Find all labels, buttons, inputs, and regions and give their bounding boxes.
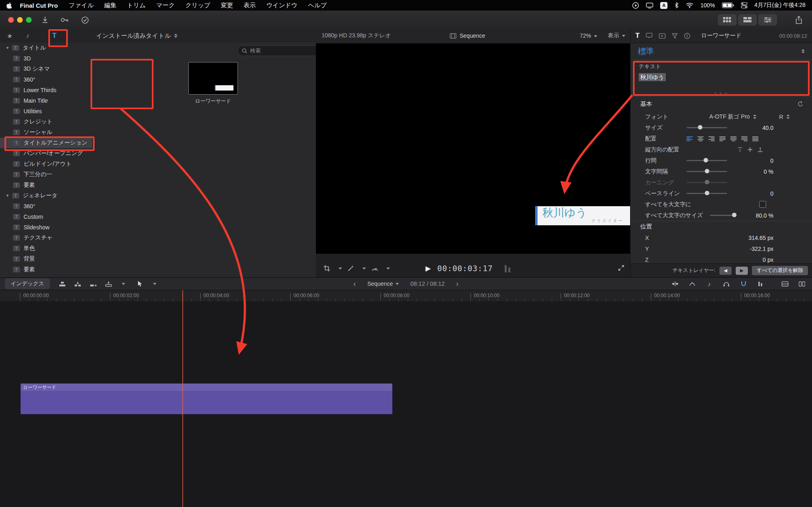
sidebar-item[interactable]: テクスチャ bbox=[0, 233, 92, 243]
sidebar-item[interactable]: 360° bbox=[0, 201, 92, 211]
text-inspector-tab[interactable]: T bbox=[635, 32, 639, 40]
sidebar-item[interactable]: 3D シネマ bbox=[0, 64, 92, 74]
wifi-icon[interactable] bbox=[686, 2, 693, 8]
skimming-icon[interactable] bbox=[687, 279, 698, 288]
sidebar-item[interactable]: タイトルアニメーション bbox=[0, 138, 92, 148]
sidebar-item[interactable]: 下三分の一 bbox=[0, 169, 92, 180]
import-media-button[interactable] bbox=[39, 15, 51, 25]
index-button[interactable]: インデックス bbox=[5, 278, 50, 289]
menu-item[interactable]: ヘルプ bbox=[303, 2, 332, 9]
zoom-window-button[interactable] bbox=[26, 17, 32, 23]
sidebar-item[interactable]: 背景 bbox=[0, 254, 92, 264]
align-center-icon[interactable] bbox=[698, 136, 704, 141]
browser-layout-button[interactable] bbox=[718, 14, 736, 26]
app-menu-title[interactable]: Final Cut Pro bbox=[14, 2, 63, 9]
tracking-slider[interactable] bbox=[687, 171, 727, 172]
reset-icon[interactable] bbox=[797, 101, 803, 107]
solo-icon[interactable] bbox=[721, 279, 732, 288]
sidebar-item[interactable]: Main Title bbox=[0, 95, 92, 106]
clip-appearance-icon[interactable] bbox=[780, 279, 790, 288]
size-slider[interactable] bbox=[687, 127, 727, 128]
menu-item[interactable]: ウインドウ bbox=[261, 2, 303, 9]
all-caps-size-value[interactable]: 80.0 % bbox=[756, 212, 773, 219]
sidebar-item[interactable]: Utilities bbox=[0, 106, 92, 117]
audio-meters-toggle-icon[interactable] bbox=[755, 279, 766, 288]
insert-edit-icon[interactable] bbox=[73, 279, 83, 288]
valign-top-icon[interactable] bbox=[737, 147, 743, 152]
retime-button[interactable] bbox=[369, 264, 380, 273]
sidebar-item[interactable]: クレジット bbox=[0, 117, 92, 127]
size-value[interactable]: 40.0 bbox=[762, 125, 773, 131]
viewer-format-info[interactable]: 1080p HD 23.98p ステレオ bbox=[322, 32, 391, 39]
close-window-button[interactable] bbox=[8, 17, 14, 23]
titles-source-dropdown[interactable]: インストール済みタイトル bbox=[96, 32, 177, 40]
sidebar-item[interactable]: ソーシャル bbox=[0, 127, 92, 138]
sidebar-item[interactable]: Custom bbox=[0, 211, 92, 222]
menu-datetime[interactable]: 4月7日(金) 午後4:28 bbox=[754, 2, 806, 9]
trim-overview-icon[interactable] bbox=[670, 279, 680, 288]
lower-third-overlay[interactable]: 秋川ゆう クリエイター bbox=[535, 206, 632, 225]
menu-item[interactable]: ファイル bbox=[63, 2, 99, 9]
deselect-all-button[interactable]: すべての選択を解除 bbox=[752, 266, 808, 275]
menu-item[interactable]: 変更 bbox=[216, 2, 238, 9]
chevron-down-icon[interactable] bbox=[122, 283, 125, 285]
audio-skimming-icon[interactable]: ♪ bbox=[704, 279, 715, 288]
font-family-dropdown[interactable]: A-OTF 新ゴ Pro bbox=[687, 113, 779, 121]
viewer-timecode[interactable]: 00:00:03:17 bbox=[437, 264, 493, 273]
enhance-wand-button[interactable] bbox=[346, 264, 356, 273]
sidebar-item[interactable]: 3D bbox=[0, 53, 92, 64]
keywords-button[interactable] bbox=[58, 15, 71, 25]
libraries-tab-icon[interactable]: ★ bbox=[3, 31, 16, 41]
basic-section-header[interactable]: 基本 bbox=[631, 97, 812, 111]
inspector-toggle-button[interactable] bbox=[758, 14, 777, 26]
snapping-icon[interactable] bbox=[738, 279, 749, 288]
fullscreen-icon[interactable] bbox=[618, 265, 624, 272]
tracking-value[interactable]: 0 % bbox=[764, 168, 773, 175]
align-left-icon[interactable] bbox=[687, 136, 693, 141]
menu-item[interactable]: クリップ bbox=[180, 2, 216, 9]
control-center-icon[interactable] bbox=[741, 2, 747, 9]
play-button[interactable]: ▶ bbox=[425, 264, 431, 273]
viewer-zoom-dropdown[interactable]: 72% bbox=[580, 32, 597, 39]
share-button[interactable] bbox=[793, 15, 805, 25]
background-tasks-button[interactable] bbox=[79, 15, 91, 25]
disclosure-triangle-icon[interactable]: ▼ bbox=[6, 194, 9, 198]
sidebar-item[interactable]: 要素 bbox=[0, 264, 92, 275]
timeline-layout-button[interactable] bbox=[738, 14, 757, 26]
sidebar-item[interactable]: バンパー/オープニング bbox=[0, 148, 92, 159]
sidebar-item[interactable]: ビルドイン/アウト bbox=[0, 159, 92, 169]
audio-meters-icon[interactable] bbox=[505, 264, 510, 272]
justify-left-icon[interactable] bbox=[719, 136, 726, 141]
connect-edit-icon[interactable] bbox=[57, 279, 68, 288]
valign-bottom-icon[interactable] bbox=[758, 147, 763, 152]
timeline-title-clip[interactable]: ローワーサード bbox=[20, 383, 393, 414]
line-spacing-slider[interactable] bbox=[687, 160, 727, 161]
menu-item[interactable]: マーク bbox=[151, 2, 180, 9]
apple-menu-icon[interactable] bbox=[6, 2, 12, 9]
title-thumbnail[interactable]: ローワーサード bbox=[188, 62, 238, 105]
valign-middle-icon[interactable] bbox=[747, 147, 753, 152]
crop-tool-button[interactable] bbox=[322, 264, 332, 273]
append-edit-icon[interactable] bbox=[88, 279, 99, 288]
chevron-down-icon[interactable] bbox=[153, 283, 156, 285]
video-inspector-tab[interactable] bbox=[659, 33, 665, 39]
video-canvas[interactable]: 秋川ゆう クリエイター bbox=[316, 43, 630, 254]
font-weight-dropdown[interactable]: R bbox=[779, 114, 790, 120]
info-inspector-tab[interactable] bbox=[684, 33, 690, 39]
position-x-value[interactable]: 314.65 px bbox=[749, 235, 774, 241]
disclosure-triangle-icon[interactable]: ▼ bbox=[6, 46, 9, 50]
menu-item[interactable]: トリム bbox=[122, 2, 151, 9]
titles-generators-tab-icon[interactable]: T bbox=[48, 31, 61, 41]
next-text-layer-button[interactable]: ▶ bbox=[736, 267, 748, 275]
arrow-tool-button[interactable] bbox=[135, 279, 145, 288]
viewer-view-dropdown[interactable]: 表示 bbox=[608, 32, 625, 39]
justify-all-icon[interactable] bbox=[752, 136, 758, 141]
minimize-window-button[interactable] bbox=[17, 17, 23, 23]
overwrite-edit-icon[interactable] bbox=[104, 279, 114, 288]
title-text-input[interactable]: 秋川ゆう bbox=[631, 70, 812, 91]
menu-item[interactable]: 編集 bbox=[99, 2, 122, 9]
photos-audio-tab-icon[interactable]: ♪ bbox=[21, 31, 34, 41]
textarea-resize-handle-icon[interactable]: • • • bbox=[631, 91, 812, 96]
sequence-dropdown[interactable]: Sequence bbox=[367, 280, 399, 287]
chevron-down-icon[interactable] bbox=[387, 268, 390, 270]
